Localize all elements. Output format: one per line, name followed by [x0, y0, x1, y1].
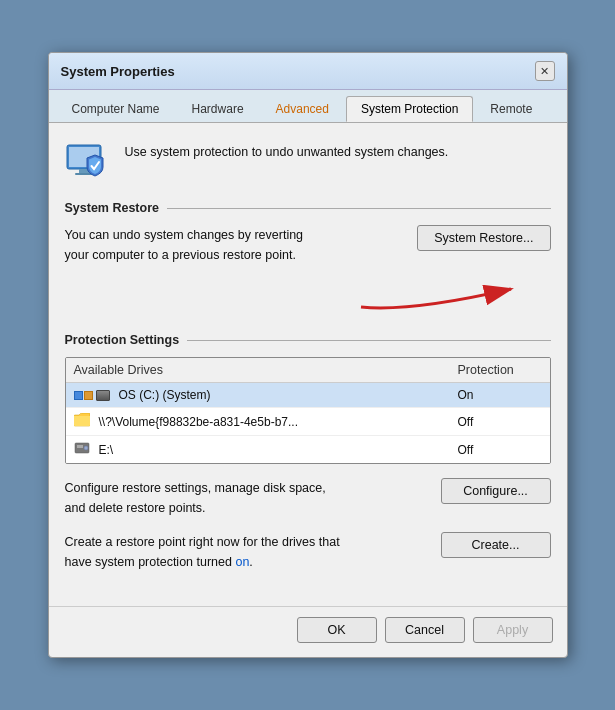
create-link: on — [235, 555, 249, 569]
tab-bar: Computer Name Hardware Advanced System P… — [49, 90, 567, 123]
tab-advanced[interactable]: Advanced — [261, 96, 344, 122]
table-row[interactable]: OS (C:) (System) On — [66, 383, 550, 408]
create-description: Create a restore point right now for the… — [65, 532, 429, 572]
header-description: Use system protection to undo unwanted s… — [125, 137, 449, 162]
drive-cell: \\?\Volume{f98832be-a831-4e5b-b7... — [66, 408, 450, 435]
red-arrow-icon — [351, 277, 551, 317]
section-divider — [167, 208, 551, 209]
tab-content: Use system protection to undo unwanted s… — [49, 123, 567, 600]
protection-cell: On — [450, 383, 550, 407]
folder-drive-icon — [74, 413, 90, 430]
drive-cell: OS (C:) (System) — [66, 383, 450, 407]
title-bar: System Properties ✕ — [49, 53, 567, 90]
svg-rect-6 — [77, 445, 83, 448]
configure-description: Configure restore settings, manage disk … — [65, 478, 429, 518]
apply-button[interactable]: Apply — [473, 617, 553, 643]
col-header-drive: Available Drives — [66, 358, 450, 382]
tab-remote[interactable]: Remote — [475, 96, 547, 122]
system-protection-icon — [65, 137, 113, 185]
configure-section: Configure restore settings, manage disk … — [65, 478, 551, 518]
drives-table: Available Drives Protection OS (C:) (Sys… — [65, 357, 551, 464]
drive-name-3: E:\ — [99, 443, 114, 457]
tab-computer-name[interactable]: Computer Name — [57, 96, 175, 122]
table-header-row: Available Drives Protection — [66, 358, 550, 383]
dialog-footer: OK Cancel Apply — [49, 606, 567, 657]
section-divider-2 — [187, 340, 550, 341]
create-section: Create a restore point right now for the… — [65, 532, 551, 572]
create-button[interactable]: Create... — [441, 532, 551, 558]
configure-button[interactable]: Configure... — [441, 478, 551, 504]
window-title: System Properties — [61, 64, 175, 79]
protection-settings-section-label: Protection Settings — [65, 333, 551, 347]
restore-description: You can undo system changes by reverting… — [65, 225, 406, 265]
col-header-protection: Protection — [450, 358, 550, 382]
close-button[interactable]: ✕ — [535, 61, 555, 81]
protection-cell: Off — [450, 436, 550, 463]
drive-cell: E:\ — [66, 436, 450, 463]
ok-button[interactable]: OK — [297, 617, 377, 643]
tab-hardware[interactable]: Hardware — [177, 96, 259, 122]
cancel-button[interactable]: Cancel — [385, 617, 465, 643]
restore-section: You can undo system changes by reverting… — [65, 225, 551, 265]
svg-point-7 — [84, 446, 88, 450]
drive-name-1: OS (C:) (System) — [119, 388, 211, 402]
arrow-annotation — [65, 273, 551, 327]
table-row[interactable]: \\?\Volume{f98832be-a831-4e5b-b7... Off — [66, 408, 550, 436]
protection-cell: Off — [450, 408, 550, 435]
system-restore-button[interactable]: System Restore... — [417, 225, 550, 251]
removable-drive-icon — [74, 441, 90, 458]
drive-name-2: \\?\Volume{f98832be-a831-4e5b-b7... — [99, 415, 299, 429]
tab-system-protection[interactable]: System Protection — [346, 96, 473, 122]
table-row[interactable]: E:\ Off — [66, 436, 550, 463]
system-restore-section-label: System Restore — [65, 201, 551, 215]
os-drive-icon — [74, 390, 110, 401]
header-section: Use system protection to undo unwanted s… — [65, 137, 551, 185]
system-properties-dialog: System Properties ✕ Computer Name Hardwa… — [48, 52, 568, 658]
